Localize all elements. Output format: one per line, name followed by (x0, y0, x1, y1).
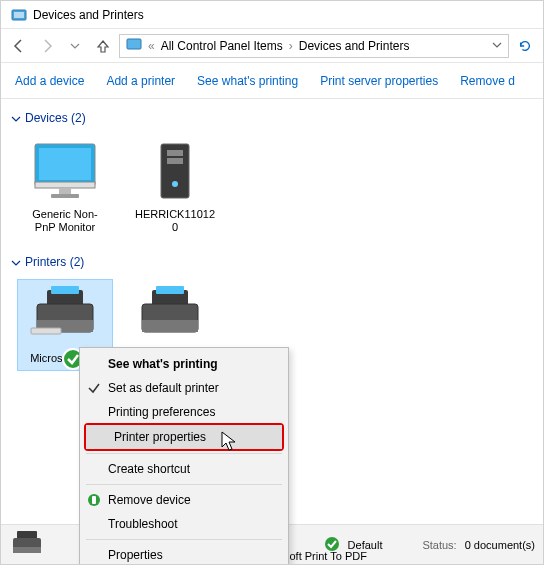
svg-rect-13 (51, 286, 79, 294)
status-printer-icon (9, 529, 45, 561)
crumb-sep-icon: « (146, 39, 157, 53)
breadcrumb-item-1[interactable]: All Control Panel Items (159, 39, 285, 53)
ctx-see-printing[interactable]: See what's printing (80, 352, 288, 376)
chevron-down-icon (11, 113, 21, 123)
svg-rect-9 (167, 150, 183, 156)
navbar: « All Control Panel Items › Devices and … (1, 29, 543, 63)
ctx-separator (86, 453, 282, 454)
ctx-remove-device[interactable]: Remove device (80, 488, 288, 512)
device-tower-label: HERRICK110120 (132, 208, 218, 234)
ctx-printing-prefs[interactable]: Printing preferences (80, 400, 288, 424)
cmd-see-printing[interactable]: See what's printing (197, 74, 298, 88)
ctx-label: Printing preferences (108, 405, 215, 419)
group-header-devices[interactable]: Devices (2) (11, 105, 533, 131)
back-button[interactable] (7, 34, 31, 58)
cmd-add-printer[interactable]: Add a printer (106, 74, 175, 88)
command-bar: Add a device Add a printer See what's pr… (1, 63, 543, 99)
svg-rect-2 (127, 39, 141, 49)
device-monitor-label: Generic Non-PnP Monitor (22, 208, 108, 234)
ctx-separator (86, 539, 282, 540)
printer-icon (132, 284, 198, 348)
forward-button[interactable] (35, 34, 59, 58)
up-button[interactable] (91, 34, 115, 58)
cmd-print-server[interactable]: Print server properties (320, 74, 438, 88)
svg-point-27 (325, 537, 339, 551)
ctx-label: Set as default printer (108, 381, 219, 395)
group-header-printers[interactable]: Printers (2) (11, 249, 533, 275)
devices-items: Generic Non-PnP Monitor HERRICK110120 (11, 131, 533, 249)
ctx-separator (86, 484, 282, 485)
svg-rect-26 (13, 547, 41, 553)
ctx-label: Properties (108, 548, 163, 562)
recent-dropdown[interactable] (63, 34, 87, 58)
status-state-value: Default (348, 539, 383, 551)
group-label-devices: Devices (2) (25, 111, 86, 125)
ctx-properties[interactable]: Properties (80, 543, 288, 565)
cmd-remove-device[interactable]: Remove d (460, 74, 515, 88)
svg-rect-16 (31, 328, 61, 334)
context-menu: See what's printing Set as default print… (79, 347, 289, 565)
svg-rect-6 (59, 188, 71, 194)
chevron-down-icon (11, 257, 21, 267)
address-bar[interactable]: « All Control Panel Items › Devices and … (119, 34, 509, 58)
status-status-label: Status: (422, 539, 456, 551)
control-panel-icon (11, 7, 27, 23)
printer-icon (22, 284, 108, 348)
ctx-label: Printer properties (114, 430, 206, 444)
chevron-right-icon: › (287, 39, 295, 53)
remove-device-icon (86, 492, 102, 508)
ctx-label: Remove device (108, 493, 191, 507)
check-icon (86, 380, 102, 396)
svg-rect-21 (142, 320, 198, 332)
svg-rect-7 (51, 194, 79, 198)
device-tower[interactable]: HERRICK110120 (127, 135, 223, 239)
group-label-printers: Printers (2) (25, 255, 84, 269)
control-panel-crumb-icon (124, 36, 144, 55)
svg-rect-1 (14, 12, 24, 18)
svg-rect-19 (156, 286, 184, 294)
titlebar: Devices and Printers (1, 1, 543, 29)
refresh-button[interactable] (513, 34, 537, 58)
ctx-set-default[interactable]: Set as default printer (80, 376, 288, 400)
svg-rect-23 (92, 496, 96, 504)
svg-point-11 (172, 181, 178, 187)
address-dropdown-icon[interactable] (490, 39, 504, 53)
ctx-printer-properties[interactable]: Printer properties (86, 425, 282, 449)
window-title: Devices and Printers (33, 8, 144, 22)
monitor-icon (22, 140, 108, 204)
svg-rect-5 (35, 182, 95, 188)
svg-rect-4 (39, 148, 91, 180)
ctx-label: Create shortcut (108, 462, 190, 476)
tower-icon (132, 140, 218, 204)
ctx-label: Troubleshoot (108, 517, 178, 531)
status-status-value: 0 document(s) (465, 539, 535, 551)
ctx-create-shortcut[interactable]: Create shortcut (80, 457, 288, 481)
svg-rect-10 (167, 158, 183, 164)
svg-rect-24 (17, 531, 37, 539)
ctx-troubleshoot[interactable]: Troubleshoot (80, 512, 288, 536)
ctx-label: See what's printing (108, 357, 218, 371)
cmd-add-device[interactable]: Add a device (15, 74, 84, 88)
device-monitor[interactable]: Generic Non-PnP Monitor (17, 135, 113, 239)
breadcrumb-item-2[interactable]: Devices and Printers (297, 39, 412, 53)
